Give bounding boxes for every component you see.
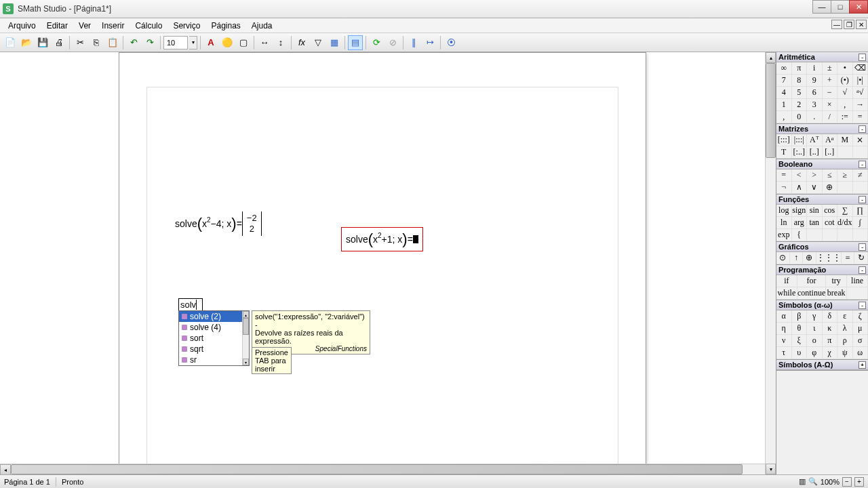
minimize-button[interactable]: — <box>812 0 831 14</box>
redo-button[interactable]: ↷ <box>142 35 157 50</box>
palette-button[interactable]: ψ <box>837 347 853 359</box>
palette-button[interactable] <box>853 146 869 159</box>
scroll-down-button[interactable]: ▾ <box>766 464 776 474</box>
palette-button[interactable]: Aⁿ <box>823 134 838 146</box>
mdi-restore-button[interactable]: ❐ <box>844 20 854 29</box>
font-size-input[interactable]: 10 <box>163 36 188 49</box>
scroll-up-button[interactable]: ▴ <box>766 52 776 63</box>
palette-button[interactable]: γ <box>807 310 823 323</box>
palette-button[interactable]: T <box>776 146 792 159</box>
palette-button[interactable]: ± <box>823 62 838 75</box>
scroll-up-button[interactable]: ▴ <box>243 311 249 318</box>
scroll-down-button[interactable]: ▾ <box>243 359 249 365</box>
palette-button[interactable]: ↑ <box>790 252 804 264</box>
palette-button[interactable] <box>853 229 869 241</box>
palette-button[interactable]: |•| <box>853 75 869 87</box>
palette-button[interactable]: ∑ <box>837 205 853 217</box>
scroll-track[interactable] <box>11 464 765 474</box>
palette-button[interactable] <box>837 182 853 194</box>
page-view-button[interactable]: ▤ <box>348 35 363 50</box>
autocomplete-input[interactable]: solv <box>178 298 203 312</box>
close-button[interactable]: ✕ <box>849 0 868 14</box>
menu-servico[interactable]: Serviço <box>167 19 205 33</box>
page[interactable] <box>119 52 646 474</box>
palette-button[interactable]: ∞ <box>776 62 792 75</box>
palette-button[interactable]: try <box>826 275 847 287</box>
palette-button[interactable]: • <box>837 62 853 75</box>
palette-button[interactable]: 1 <box>776 99 792 111</box>
mdi-minimize-button[interactable]: — <box>831 20 842 29</box>
palette-button[interactable]: λ <box>837 323 853 335</box>
canvas-area[interactable]: solve ( x 2 −4; x ) = −2 2 solve ( x 2 +… <box>0 52 776 474</box>
background-color-button[interactable]: 🟡 <box>220 35 235 50</box>
panel-header[interactable]: Programação- <box>776 265 868 275</box>
zoom-level[interactable]: 100% <box>821 478 840 486</box>
collapse-button[interactable]: + <box>859 361 866 369</box>
align-horizontal-button[interactable]: ↔ <box>257 35 272 50</box>
text-color-button[interactable]: A <box>203 35 218 50</box>
snippet-button[interactable]: ▦ <box>327 35 342 50</box>
palette-button[interactable]: [..] <box>807 146 823 159</box>
panel-header[interactable]: Funções- <box>776 195 868 205</box>
palette-button[interactable] <box>837 229 853 241</box>
zoom-in-button[interactable]: + <box>854 477 864 487</box>
palette-button[interactable]: / <box>823 111 838 123</box>
palette-button[interactable]: (•) <box>837 75 853 87</box>
palette-button[interactable]: 8 <box>792 75 808 87</box>
palette-button[interactable]: ¬ <box>776 182 792 194</box>
palette-button[interactable]: if <box>776 275 797 287</box>
align-vertical-button[interactable]: ↕ <box>273 35 288 50</box>
collapse-button[interactable]: - <box>859 302 866 309</box>
palette-button[interactable]: → <box>853 99 869 111</box>
view-mode-icon[interactable]: ▥ <box>799 477 806 486</box>
horizontal-scrollbar[interactable]: ◂ ▸ <box>0 464 776 474</box>
palette-button[interactable] <box>837 146 853 159</box>
palette-button[interactable]: |:::| <box>792 134 808 146</box>
palette-button[interactable]: − <box>823 87 838 99</box>
options-button[interactable]: ⦿ <box>443 35 458 50</box>
palette-button[interactable]: cot <box>823 217 838 229</box>
panel-header[interactable]: Aritmética- <box>776 52 868 62</box>
panel-header[interactable]: Símbolos (α-ω)- <box>776 300 868 310</box>
palette-button[interactable]: ⌫ <box>853 62 869 75</box>
paste-button[interactable]: 📋 <box>105 35 120 50</box>
palette-button[interactable]: [:::] <box>776 134 792 146</box>
palette-button[interactable]: log <box>776 205 792 217</box>
palette-button[interactable]: > <box>807 169 823 182</box>
new-button[interactable]: 📄 <box>3 35 18 50</box>
menu-ajuda[interactable]: Ajuda <box>246 19 278 33</box>
palette-button[interactable]: ι <box>807 323 823 335</box>
palette-button[interactable] <box>853 182 869 194</box>
palette-button[interactable]: sin <box>807 205 823 217</box>
palette-button[interactable]: ≤ <box>823 169 838 182</box>
palette-button[interactable]: α <box>776 310 792 323</box>
palette-button[interactable]: = <box>853 111 869 123</box>
palette-button[interactable]: + <box>823 75 838 87</box>
palette-button[interactable]: 9 <box>807 75 823 87</box>
palette-button[interactable]: i <box>807 62 823 75</box>
palette-button[interactable]: break <box>826 287 847 300</box>
font-size-dropdown[interactable]: ▾ <box>189 36 197 49</box>
collapse-button[interactable]: - <box>859 196 866 203</box>
palette-button[interactable]: ζ <box>853 310 869 323</box>
palette-button[interactable]: ln <box>776 217 792 229</box>
palette-button[interactable]: . <box>807 111 823 123</box>
save-button[interactable]: 💾 <box>35 35 50 50</box>
collapse-button[interactable]: - <box>859 161 866 168</box>
palette-button[interactable]: = <box>776 169 792 182</box>
palette-button[interactable]: ↻ <box>854 252 868 264</box>
palette-button[interactable]: ε <box>837 310 853 323</box>
panel-header[interactable]: Booleano- <box>776 159 868 169</box>
palette-button[interactable]: arg <box>792 217 808 229</box>
scroll-left-button[interactable]: ◂ <box>0 464 11 474</box>
palette-button[interactable]: M <box>837 134 853 146</box>
palette-button[interactable]: < <box>792 169 808 182</box>
scroll-thumb[interactable] <box>243 318 249 335</box>
palette-button[interactable]: μ <box>853 323 869 335</box>
mdi-close-button[interactable]: ✕ <box>856 20 867 29</box>
palette-button[interactable]: , <box>776 111 792 123</box>
palette-button[interactable]: η <box>776 323 792 335</box>
palette-button[interactable]: ⊙ <box>776 252 790 264</box>
palette-button[interactable]: exp <box>776 229 792 241</box>
palette-button[interactable]: ∨ <box>807 182 823 194</box>
